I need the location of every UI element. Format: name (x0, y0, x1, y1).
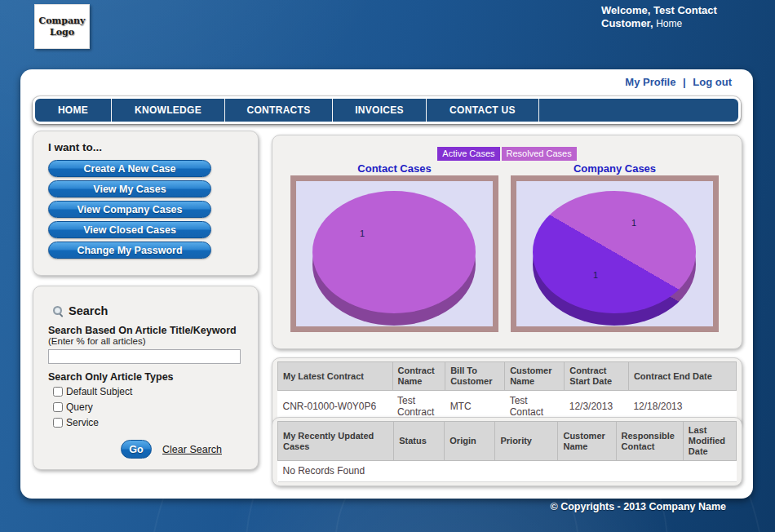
my-profile-link[interactable]: My Profile (625, 76, 675, 88)
company-logo: Company Logo (34, 4, 90, 49)
col-customer-name: Customer Name (505, 362, 565, 391)
col-origin: Origin (445, 422, 495, 461)
search-keyword-label: Search Based On Article Title/Keyword (48, 325, 245, 336)
checkbox-row-service: Service (53, 417, 245, 428)
company-pie-resolved-value: 1 (631, 218, 636, 228)
nav-tab-knowledge[interactable]: KNOWLEDGE (112, 99, 225, 122)
logo-text-line2: Logo (50, 27, 74, 38)
checkbox-row-query: Query (53, 401, 245, 413)
col-priority: Priority (495, 422, 558, 461)
i-want-to-title: I want to... (48, 141, 258, 153)
charts-panel: Active CasesResolved Cases Contact Cases… (272, 135, 742, 349)
welcome-customer: Customer, (601, 17, 653, 29)
contact-cases-title: Contact Cases (290, 162, 498, 175)
nav-tab-home[interactable]: HOME (35, 99, 112, 122)
service-checkbox[interactable] (53, 418, 63, 428)
default-subject-checkbox[interactable] (53, 387, 63, 397)
search-hint: (Enter % for all articles) (48, 336, 245, 346)
nav-tab-contact-us[interactable]: CONTACT US (427, 99, 539, 122)
col-bill-to-customer: Bill To Customer (445, 362, 505, 391)
company-pie-top (533, 191, 696, 313)
cases-header-row: My Recently Updated Cases Status Origin … (278, 422, 737, 461)
change-password-button[interactable]: Change My Password (48, 242, 211, 259)
breadcrumb-home: Home (656, 18, 682, 29)
search-keyword-input[interactable] (48, 349, 241, 364)
nav-filler (539, 99, 738, 122)
query-checkbox[interactable] (53, 402, 63, 412)
latest-contract-table: My Latest Contract Contract Name Bill To… (277, 361, 737, 423)
col-my-recent-cases: My Recently Updated Cases (278, 422, 394, 461)
contact-pie-top (312, 191, 476, 313)
contract-header-row: My Latest Contract Contract Name Bill To… (278, 362, 737, 391)
company-pie-active-value: 1 (593, 270, 598, 280)
page-background: Company Logo Welcome, Test Contact Custo… (0, 0, 775, 532)
nav-tab-invoices[interactable]: INVOICES (333, 99, 427, 122)
contact-pie-value: 1 (360, 228, 365, 238)
go-button[interactable]: Go (121, 440, 152, 459)
view-company-cases-button[interactable]: View Company Cases (48, 201, 211, 218)
logo-text-line1: Company (39, 16, 86, 27)
cases-empty-row: No Records Found (278, 461, 737, 482)
search-icon (53, 306, 63, 316)
col-contract-name: Contract Name (392, 362, 445, 391)
col-contract-end: Contract End Date (628, 362, 736, 391)
i-want-to-panel: I want to... Create A New Case View My C… (33, 131, 259, 276)
company-cases-chart: 1 1 (511, 175, 719, 332)
legend-resolved-cases: Resolved Cases (502, 147, 577, 161)
search-panel: Search Search Based On Article Title/Key… (33, 286, 259, 470)
col-my-latest-contract: My Latest Contract (278, 362, 393, 391)
profile-links: My Profile | Log out (625, 76, 732, 88)
company-cases-title: Company Cases (511, 162, 719, 175)
legend-active-cases: Active Cases (437, 147, 499, 161)
checkbox-row-default-subject: Default Subject (53, 386, 245, 397)
contact-cases-chart: 1 (290, 175, 498, 332)
col-last-modified: Last Modified Date (683, 422, 736, 461)
welcome-line1: Welcome, Test Contact (601, 4, 717, 16)
link-separator: | (683, 76, 686, 88)
chart-legend: Active CasesResolved Cases (272, 145, 742, 161)
clear-search-link[interactable]: Clear Search (162, 444, 222, 455)
col-case-customer: Customer Name (558, 422, 616, 461)
copyright-notice: © Copyrights - 2013 Company Name (550, 501, 726, 512)
col-contract-start: Contract Start Date (565, 362, 629, 391)
article-types-label: Search Only Article Types (48, 371, 245, 383)
welcome-message: Welcome, Test Contact Customer, Home (601, 4, 717, 30)
recent-cases-panel: My Recently Updated Cases Status Origin … (272, 417, 742, 486)
view-closed-cases-button[interactable]: View Closed Cases (48, 221, 211, 238)
col-responsible-contact: Responsible Contact (616, 422, 683, 461)
navigation-bar: HOME KNOWLEDGE CONTRACTS INVOICES CONTAC… (33, 96, 741, 124)
search-title: Search (69, 304, 108, 317)
recent-cases-table: My Recently Updated Cases Status Origin … (277, 421, 737, 482)
no-records-message: No Records Found (278, 461, 737, 482)
nav-tab-contracts[interactable]: CONTRACTS (225, 99, 333, 122)
create-new-case-button[interactable]: Create A New Case (48, 160, 211, 177)
col-status: Status (394, 422, 445, 461)
logout-link[interactable]: Log out (693, 76, 732, 88)
view-my-cases-button[interactable]: View My Cases (48, 180, 211, 197)
main-panel: My Profile | Log out HOME KNOWLEDGE CONT… (20, 69, 753, 499)
